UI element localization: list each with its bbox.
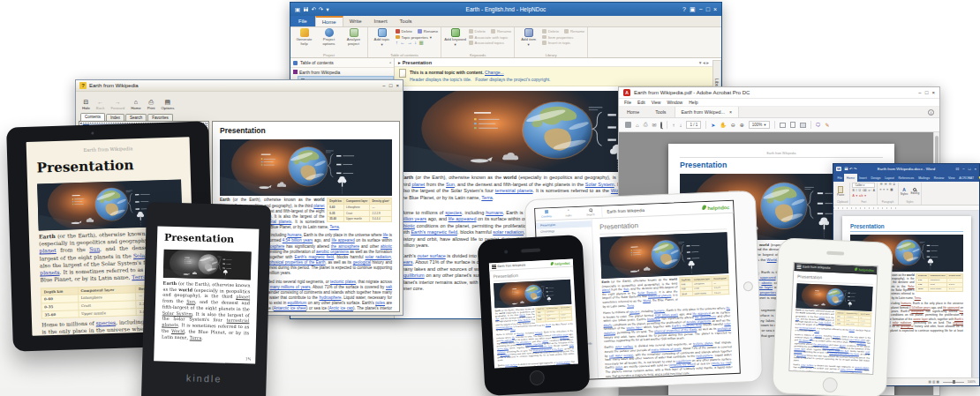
inline-link[interactable]: 4.54 billion years: [283, 238, 313, 243]
inline-link[interactable]: geological: [717, 326, 730, 331]
menu-help[interactable]: Help: [689, 100, 697, 105]
inline-link[interactable]: equilibrium: [401, 273, 425, 278]
tab-references[interactable]: References: [896, 174, 916, 182]
delete-item-button[interactable]: Delete Rename: [542, 29, 584, 34]
inline-link[interactable]: Arctic ice cap: [712, 361, 731, 365]
inline-link[interactable]: solar radiation: [493, 229, 524, 235]
inline-link[interactable]: humans: [287, 233, 301, 237]
inline-link[interactable]: equilibrium: [288, 301, 307, 305]
inline-link[interactable]: tectonic plates: [330, 280, 356, 284]
kindle-screen[interactable]: Presentation Earth (or the Earth), other…: [154, 226, 259, 363]
tab-review[interactable]: Review: [931, 174, 946, 182]
page-indicator[interactable]: 1 / 1: [686, 121, 701, 129]
inline-link[interactable]: tectonic plates: [693, 341, 713, 346]
tab-tools[interactable]: Tools: [647, 107, 674, 117]
inline-link[interactable]: World: [849, 328, 855, 331]
tab-layout[interactable]: Layout: [883, 174, 896, 182]
inline-link[interactable]: abiotic: [542, 340, 548, 342]
inline-link[interactable]: life: [726, 306, 730, 310]
move-topic-arrows[interactable]: ↑←→↓▦: [396, 41, 438, 46]
view-buttons[interactable]: ▤ ▥ ▦: [929, 380, 939, 384]
minimize-button[interactable]: −: [918, 90, 922, 95]
inline-link[interactable]: life appeared: [799, 340, 811, 343]
menu-edit[interactable]: Edit: [637, 100, 645, 105]
inline-link[interactable]: World: [767, 258, 777, 262]
topic-nav-buttons[interactable]: ▾ ◂ ▸: [699, 60, 709, 65]
move-down-icon[interactable]: ↓: [414, 41, 417, 46]
inline-link[interactable]: ozone layer: [626, 325, 642, 330]
mail-icon[interactable]: ✉: [652, 122, 656, 128]
inline-link[interactable]: Terra: [915, 296, 921, 300]
inline-link[interactable]: the atmosphere: [331, 244, 359, 249]
inline-link[interactable]: Solar System: [162, 310, 192, 316]
inline-link[interactable]: geological: [796, 354, 806, 356]
inline-link[interactable]: humans: [833, 335, 841, 338]
inline-link[interactable]: oceans: [623, 353, 633, 356]
fill-sign-icon[interactable]: ✎: [825, 122, 830, 128]
inline-link[interactable]: Earth's magnetic field: [411, 229, 457, 235]
inline-link[interactable]: many millions of years: [651, 347, 681, 351]
inline-link[interactable]: planet: [602, 288, 610, 292]
toc-root-item[interactable]: Earth from Wikipedia: [290, 68, 394, 76]
maximize-button[interactable]: □: [706, 6, 710, 12]
tab-tools[interactable]: Tools: [394, 16, 418, 26]
tab-index[interactable]: Index: [106, 114, 124, 121]
redo-icon[interactable]: ↷: [319, 6, 323, 13]
inline-link[interactable]: outer surface: [505, 363, 517, 367]
inline-link[interactable]: many millions of years: [539, 363, 561, 367]
tab-home[interactable]: Home: [315, 16, 343, 26]
tab-contents[interactable]: Contents: [80, 113, 105, 121]
inline-link[interactable]: terrestrial planets: [162, 318, 249, 327]
style-button[interactable]: ▣: [690, 6, 696, 13]
webhelp-article[interactable]: Presentation Depth kmComponent layerDens…: [592, 213, 740, 378]
inline-link[interactable]: poles: [615, 365, 622, 369]
add-keyword-button[interactable]: Add keyword ▾: [444, 28, 466, 47]
options-button[interactable]: ▤Options: [161, 99, 174, 110]
inline-link[interactable]: Solar System: [818, 321, 832, 325]
reorder-icon[interactable]: ▦: [419, 41, 424, 46]
inline-link[interactable]: biosphere: [911, 310, 923, 313]
inline-link[interactable]: outer surface: [418, 253, 446, 258]
delete-keyword-button[interactable]: Delete Rename: [469, 29, 511, 34]
home-button[interactable]: ⌂Home: [131, 99, 140, 110]
document-tab[interactable]: Earth from Wikiped...×: [675, 107, 740, 117]
inline-link[interactable]: Terra: [510, 328, 516, 331]
inline-link[interactable]: Antarctic ice sheet: [274, 306, 306, 310]
menu-window[interactable]: Window: [667, 100, 682, 105]
project-options-button[interactable]: Project options: [318, 28, 340, 46]
info-icon[interactable]: i: [928, 109, 934, 116]
inline-link[interactable]: World: [643, 299, 651, 303]
inline-link[interactable]: life appeared: [943, 306, 959, 310]
inline-link[interactable]: abiotic: [603, 323, 612, 326]
styles-button[interactable]: AStyles: [901, 187, 908, 196]
inline-link[interactable]: planet: [313, 204, 324, 208]
inline-link[interactable]: abiotic: [761, 280, 772, 285]
inline-link[interactable]: life: [383, 233, 388, 237]
tab-file[interactable]: File: [835, 174, 844, 182]
inline-link[interactable]: planet: [39, 247, 56, 254]
qat-dropdown-icon[interactable]: ▾: [327, 6, 329, 13]
menu-icon[interactable]: [492, 265, 496, 265]
move-right-icon[interactable]: →: [407, 41, 412, 46]
inline-link[interactable]: biosphere: [647, 317, 660, 321]
inline-link[interactable]: physical properties of the Earth: [533, 347, 563, 352]
inline-link[interactable]: hydrosphere: [319, 295, 341, 300]
zoom-level[interactable]: 100%: [968, 380, 976, 384]
insert-in-topic-button[interactable]: Insert in topic: [542, 41, 584, 45]
inline-link[interactable]: geological: [500, 353, 509, 356]
home-button[interactable]: [529, 370, 545, 385]
fit-width-icon[interactable]: [780, 123, 786, 128]
next-page-icon[interactable]: ↓: [679, 123, 682, 128]
inline-link[interactable]: outer surface: [801, 364, 813, 368]
inline-link[interactable]: species: [516, 332, 524, 335]
comment-icon[interactable]: 🗨: [816, 123, 821, 128]
inline-link[interactable]: geological: [901, 325, 913, 328]
inline-link[interactable]: abiotic: [840, 344, 846, 347]
mobile-article[interactable]: Presentation Depth kmComponent layerDens…: [789, 271, 877, 374]
paste-button[interactable]: Paste: [837, 186, 844, 197]
analyze-project-button[interactable]: Analyze project: [343, 28, 365, 46]
inline-link[interactable]: species: [96, 319, 117, 326]
print-icon[interactable]: ⎙: [644, 122, 648, 128]
fullscreen-icon[interactable]: [800, 123, 806, 128]
inline-link[interactable]: Sun: [623, 288, 629, 291]
